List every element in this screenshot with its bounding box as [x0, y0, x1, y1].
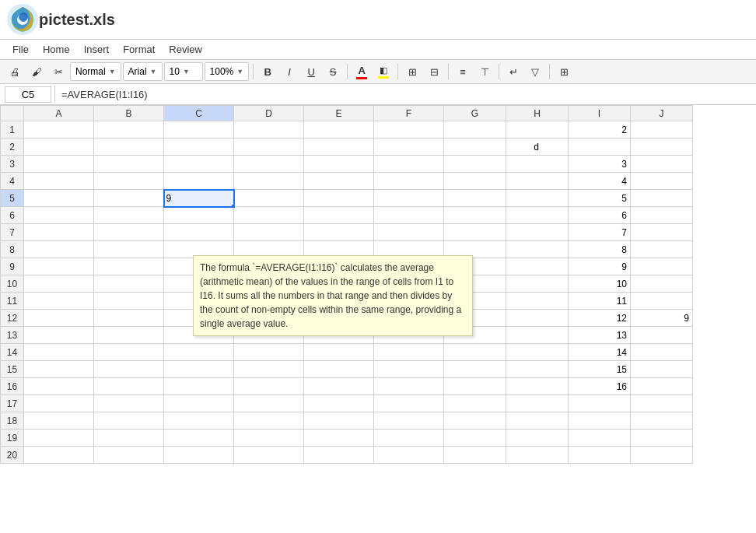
cell-H8[interactable] [506, 241, 569, 258]
cell-E14[interactable] [304, 344, 374, 361]
cell-A12[interactable] [24, 310, 94, 327]
cell-A16[interactable] [24, 378, 94, 395]
cell-D14[interactable] [234, 344, 304, 361]
cell-F7[interactable] [374, 224, 444, 241]
cell-B3[interactable] [94, 156, 164, 173]
cell-H20[interactable] [506, 447, 569, 464]
cell-E17[interactable] [304, 395, 374, 412]
cell-C20[interactable] [164, 447, 234, 464]
cell-H9[interactable] [506, 258, 569, 275]
cell-A19[interactable] [24, 430, 94, 447]
cell-A14[interactable] [24, 344, 94, 361]
cell-I17[interactable] [569, 395, 631, 412]
cell-I15[interactable]: 15 [569, 361, 631, 378]
cell-I14[interactable]: 14 [569, 344, 631, 361]
cell-G6[interactable] [444, 207, 506, 224]
cell-B5[interactable] [94, 190, 164, 207]
zoom-dropdown[interactable]: 100% ▼ [205, 62, 250, 81]
cell-F2[interactable] [374, 139, 444, 156]
italic-button[interactable]: I [279, 62, 299, 81]
cell-J15[interactable] [631, 361, 693, 378]
cell-A6[interactable] [24, 207, 94, 224]
cell-C18[interactable] [164, 412, 234, 430]
cell-H13[interactable] [506, 327, 569, 344]
cell-A10[interactable] [24, 275, 94, 293]
cell-B7[interactable] [94, 224, 164, 241]
cell-A4[interactable] [24, 173, 94, 190]
cell-B16[interactable] [94, 378, 164, 395]
cell-B18[interactable] [94, 412, 164, 430]
cell-I5[interactable]: 5 [569, 190, 631, 207]
cell-C1[interactable] [164, 121, 234, 139]
cell-J13[interactable] [631, 327, 693, 344]
cell-D15[interactable] [234, 361, 304, 378]
cell-J16[interactable] [631, 378, 693, 395]
cell-A3[interactable] [24, 156, 94, 173]
cell-H6[interactable] [506, 207, 569, 224]
cell-E2[interactable] [304, 139, 374, 156]
cell-H7[interactable] [506, 224, 569, 241]
cell-E7[interactable] [304, 224, 374, 241]
font-dropdown[interactable]: Arial ▼ [123, 62, 163, 81]
menu-review[interactable]: Review [163, 41, 208, 58]
cell-J5[interactable] [631, 190, 693, 207]
cell-A15[interactable] [24, 361, 94, 378]
cell-H3[interactable] [506, 156, 569, 173]
cell-J11[interactable] [631, 293, 693, 310]
cell-E15[interactable] [304, 361, 374, 378]
merge-button[interactable]: ⊟ [424, 62, 444, 81]
cell-F16[interactable] [374, 378, 444, 395]
borders-button[interactable]: ⊞ [402, 62, 422, 81]
cell-C5[interactable]: 9 [164, 190, 234, 207]
cell-E16[interactable] [304, 378, 374, 395]
cell-E19[interactable] [304, 430, 374, 447]
clear-button[interactable]: ✂ [48, 62, 68, 81]
menu-insert[interactable]: Insert [78, 41, 116, 58]
cell-F1[interactable] [374, 121, 444, 139]
cell-H5[interactable] [506, 190, 569, 207]
cell-I9[interactable]: 9 [569, 258, 631, 275]
cell-J17[interactable] [631, 395, 693, 412]
cell-H17[interactable] [506, 395, 569, 412]
cell-C17[interactable] [164, 395, 234, 412]
cell-D3[interactable] [234, 156, 304, 173]
cell-J9[interactable] [631, 258, 693, 275]
cell-G2[interactable] [444, 139, 506, 156]
cell-J12[interactable]: 9 [631, 310, 693, 327]
cell-A13[interactable] [24, 327, 94, 344]
cell-G17[interactable] [444, 395, 506, 412]
cell-E20[interactable] [304, 447, 374, 464]
cell-F5[interactable] [374, 190, 444, 207]
cell-G5[interactable] [444, 190, 506, 207]
valign-button[interactable]: ⊤ [474, 62, 495, 81]
cell-H15[interactable] [506, 361, 569, 378]
cell-E18[interactable] [304, 412, 374, 430]
cell-H11[interactable] [506, 293, 569, 310]
cell-E5[interactable] [304, 190, 374, 207]
cell-B12[interactable] [94, 310, 164, 327]
cell-B10[interactable] [94, 275, 164, 293]
menu-format[interactable]: Format [117, 41, 161, 58]
cell-D16[interactable] [234, 378, 304, 395]
cell-B4[interactable] [94, 173, 164, 190]
menu-home[interactable]: Home [37, 41, 76, 58]
cell-D1[interactable] [234, 121, 304, 139]
cell-H1[interactable] [506, 121, 569, 139]
cell-G16[interactable] [444, 378, 506, 395]
cell-I12[interactable]: 12 [569, 310, 631, 327]
wrap-text-button[interactable]: ↵ [503, 62, 523, 81]
cell-F14[interactable] [374, 344, 444, 361]
cell-B2[interactable] [94, 139, 164, 156]
cell-J1[interactable] [631, 121, 693, 139]
cell-B9[interactable] [94, 258, 164, 275]
cell-G1[interactable] [444, 121, 506, 139]
cell-J8[interactable] [631, 241, 693, 258]
cell-I16[interactable]: 16 [569, 378, 631, 395]
cell-A11[interactable] [24, 293, 94, 310]
spreadsheet-area[interactable]: A B C D E F G H I J 122d3344595667788991… [0, 105, 756, 510]
cell-C6[interactable] [164, 207, 234, 224]
cell-G7[interactable] [444, 224, 506, 241]
cell-B8[interactable] [94, 241, 164, 258]
cell-C4[interactable] [164, 173, 234, 190]
cell-B14[interactable] [94, 344, 164, 361]
